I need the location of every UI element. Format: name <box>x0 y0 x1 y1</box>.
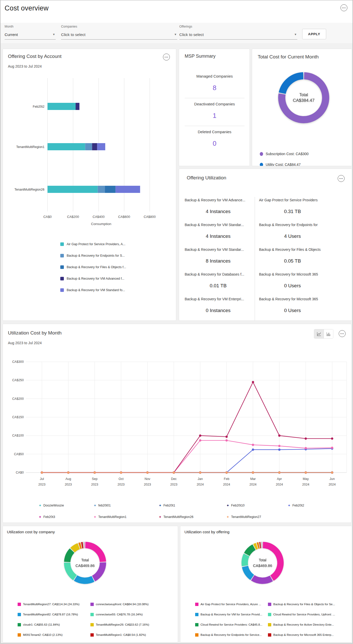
page-menu-button[interactable]: ··· <box>340 4 347 11</box>
line-chart-icon <box>316 331 322 337</box>
svg-text:Jul: Jul <box>40 477 44 481</box>
total-cost-donut-chart: TotalCA$384.47 <box>275 69 333 127</box>
svg-text:2023: 2023 <box>117 483 125 486</box>
utilization-cell: Backup & Recovery for VM Standar...8 Ins… <box>185 246 255 271</box>
legend-item: ✦TenantMultiRegion1 <box>93 511 159 523</box>
utilization-row: Backup & Recovery for VM Standar...8 Ins… <box>179 246 352 271</box>
svg-text:Jun: Jun <box>330 477 335 481</box>
utilization-cost-by-month-card: Utilization Cost by Month Aug 2023 to Ju… <box>3 324 351 523</box>
msp-stat-value: 0 <box>185 140 244 147</box>
utilization-by-offering-card: Utilization cost by offering TotalCA$469… <box>180 526 352 642</box>
legend-swatch <box>60 288 64 292</box>
svg-text:Dec: Dec <box>171 477 176 481</box>
svg-text:May: May <box>303 477 309 481</box>
ellipsis-icon: ··· <box>340 331 344 336</box>
svg-text:CA$250: CA$250 <box>12 378 24 382</box>
companies-select[interactable]: Click to select ▾ <box>61 31 177 40</box>
utilization-month-legend: ✦DoozieWoozie✦feb20t01✦Feb20t1✦Feb20t10✦… <box>39 500 304 523</box>
msp-stat-label: Managed Companies <box>179 74 250 78</box>
legend-marker-icon: ✦ <box>159 515 162 519</box>
legend-label: Feb20t2 <box>292 504 304 507</box>
legend-item: Backup & Recovery for Endpoints for S... <box>60 250 126 261</box>
svg-text:2024: 2024 <box>302 483 309 486</box>
legend-dot <box>260 152 263 156</box>
svg-text:CA$150: CA$150 <box>12 415 24 419</box>
legend-marker-icon: ✦ <box>159 503 162 507</box>
legend-item: ✦Feb20t1 <box>159 500 226 511</box>
ellipsis-icon: ··· <box>342 6 346 10</box>
svg-text:CA$384.47: CA$384.47 <box>293 98 314 103</box>
legend-label: TenantMultiRegion27 <box>231 515 261 519</box>
utilization-month-line-chart: CA$0CA$50CA$100CA$150CA$200CA$250CA$300J… <box>5 357 349 496</box>
utilization-value: 4 Instances <box>185 233 252 239</box>
companies-label: Companies <box>61 25 177 28</box>
legend-label: TenantMultiRegion82: CA$78.87 (16.78%) <box>23 613 78 616</box>
utilization-offering-label: Backup & Recovery for Endpoints for <box>259 223 352 227</box>
apply-button[interactable]: APPLY <box>302 29 326 39</box>
offering-cost-legend: Air Gap Protect for Service Providers, A… <box>60 238 126 296</box>
utilization-month-menu-button[interactable]: ··· <box>339 330 346 337</box>
utilization-by-company-title: Utilization cost by company <box>7 530 55 534</box>
chevron-down-icon: ▾ <box>174 32 176 36</box>
legend-label: TenantMultiRegion26 <box>163 515 193 519</box>
total-cost-card: Total Cost for Current Month TotalCA$384… <box>252 49 352 166</box>
legend-swatch <box>268 603 271 606</box>
offerings-select[interactable]: Click to select ▾ <box>179 31 297 40</box>
month-select[interactable]: Current ▾ <box>5 31 56 40</box>
legend-marker-icon: ✦ <box>93 503 97 507</box>
bar-chart-icon <box>326 331 331 337</box>
legend-label: Backup & Recovery for VM for Service Pro… <box>201 613 262 616</box>
page-title: Cost overview <box>5 4 49 12</box>
legend-marker-icon: ✦ <box>39 515 42 519</box>
msp-summary-card: MSP Summary Managed Companies8Deactivate… <box>179 49 250 166</box>
svg-text:CA$469.86: CA$469.86 <box>75 563 95 568</box>
legend-swatch <box>18 633 21 637</box>
utilization-cell: Backup & Recovery for VM Standar...4 Ins… <box>185 222 255 246</box>
svg-text:CA$200: CA$200 <box>12 397 24 401</box>
svg-text:Apr: Apr <box>277 477 282 481</box>
svg-text:Sep: Sep <box>92 477 97 481</box>
msp-stats: Managed Companies8Deactivated Companies1… <box>179 70 250 154</box>
chart-type-toggle <box>314 329 333 339</box>
legend-item: ✦Feb20t3 <box>39 511 93 523</box>
legend-item: M091Tenant2: CA$10 (2.13%) <box>18 630 90 640</box>
offering-utilization-menu-button[interactable]: ··· <box>338 175 345 182</box>
utilization-offering-label: Backup & Recovery for Files & Objects <box>259 247 352 252</box>
legend-swatch <box>18 613 21 616</box>
msp-stat-value: 8 <box>179 84 250 92</box>
svg-text:2023: 2023 <box>170 483 178 486</box>
utilization-by-offering-donut-chart: TotalCA$469.86 <box>240 540 285 585</box>
utilization-offering-label: Air Gap Protect for Service Providers <box>259 198 352 202</box>
legend-swatch <box>18 623 21 626</box>
utilization-value: 8 Instances <box>185 258 252 264</box>
offering-cost-menu-button[interactable]: ··· <box>163 54 170 60</box>
svg-text:CA$100: CA$100 <box>12 434 24 437</box>
filter-bar: Month Current ▾ Companies Click to selec… <box>1 23 353 43</box>
legend-marker-icon: ✦ <box>39 503 42 507</box>
total-cost-legend: Subscription Cost: CA$300Utility Cost: C… <box>260 148 309 166</box>
msp-stat: Managed Companies8 <box>179 70 250 98</box>
utilization-value: 0.01 TB <box>185 283 252 289</box>
svg-text:2023: 2023 <box>144 483 151 486</box>
utilization-cell: Backup & Recovery for Microsoft 3650 Use… <box>255 296 352 321</box>
companies-placeholder: Click to select <box>61 32 86 37</box>
svg-text:CA$800: CA$800 <box>144 215 156 219</box>
dashboard-content: Offering Cost by Account ··· Aug 2023 to… <box>1 43 353 643</box>
legend-item: Feb20t2: CA$5.23 (1.11%) <box>18 640 90 642</box>
chevron-down-icon: ▾ <box>53 32 55 36</box>
utilization-value: 0.31 TB <box>259 209 326 214</box>
legend-item: TenantMultiRegion26: CA$33.62 (7.16%) <box>90 620 149 630</box>
utilization-cell: Backup & Recovery for Endpoints for4 Use… <box>255 222 352 246</box>
utilization-offering-label: Backup & Recovery for VM Advance... <box>185 198 252 202</box>
utilization-by-company-card: Utilization cost by company TotalCA$469.… <box>3 526 178 642</box>
legend-label: Feb20t10 <box>231 504 245 507</box>
svg-text:CA$600: CA$600 <box>118 215 130 219</box>
legend-item: Cloud Rewind for Service Providers: CA$4… <box>195 620 268 630</box>
utilization-by-offering-legend: Air Gap Protect for Service Providers, A… <box>195 599 335 642</box>
utilization-by-company-legend: TenantMultiRegion27: CA$114.34 (24.33%)c… <box>18 599 149 642</box>
bar-chart-toggle-button[interactable] <box>324 329 333 338</box>
offering-utilization-card: Offering Utilization ··· Backup & Recove… <box>179 169 352 321</box>
legend-label: TenantMultiRegion26: CA$33.62 (7.16%) <box>96 623 149 626</box>
line-chart-toggle-button[interactable] <box>314 329 324 338</box>
legend-item: TenantMultiRegion27: CA$114.34 (24.33%) <box>18 599 90 609</box>
